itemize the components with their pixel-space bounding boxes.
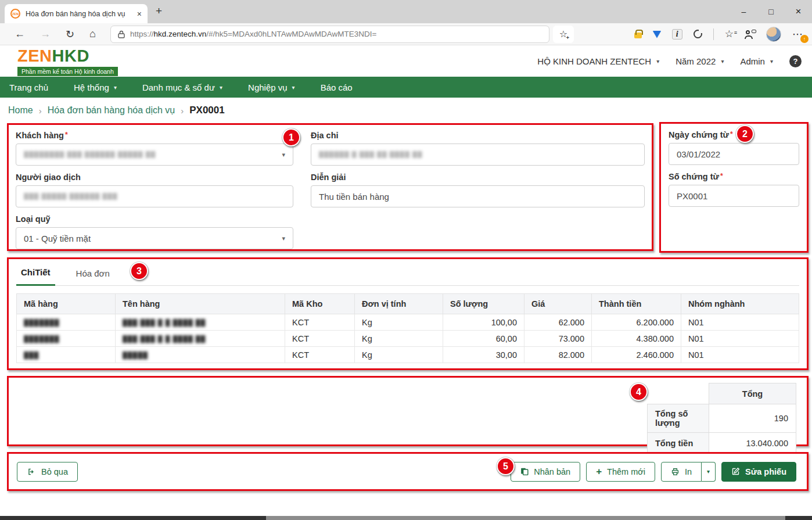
edit-icon	[731, 467, 740, 476]
table-row[interactable]: ███ █████ KCT Kg 30,00 82.000 2.460.000 …	[17, 347, 799, 363]
cell-ma-kho: KCT	[285, 347, 355, 363]
cell-nhom-nganh: N01	[681, 347, 799, 363]
chevron-down-icon: ▾	[114, 84, 117, 91]
required-mark: *	[720, 172, 723, 180]
form-section-document: Ngày chứng từ* 03/01/2022 Số chứng từ* P…	[659, 122, 809, 253]
nav-item-danh-muc-so-du[interactable]: Danh mục & số dư▾	[142, 83, 222, 92]
chevron-down-icon: ▾	[770, 58, 773, 64]
app-header: ZENHKD Phần mềm kế toán Hộ kinh doanh HỘ…	[0, 46, 812, 77]
field-label: Địa chỉ	[311, 131, 645, 140]
back-icon[interactable]: ←	[15, 28, 25, 40]
table-row[interactable]: ███████ ███ ███ █ █ ████ ██ KCT Kg 100,0…	[17, 314, 799, 331]
so-chung-tu-input[interactable]: PX0001	[669, 185, 799, 207]
dien-giai-input[interactable]: Thu tiền bán hàng	[311, 185, 645, 207]
cell-ma-kho: KCT	[285, 331, 355, 347]
field-label: Diễn giải	[311, 173, 645, 182]
browser-tab-strip: ZEN Hóa đơn bán hàng hóa dịch vụ × + – □…	[0, 0, 812, 23]
dia-chi-input[interactable]: ██████ █ ███ ██ ████ ██	[311, 144, 645, 166]
col-header: Nhóm nghành	[681, 294, 799, 314]
nav-item-bao-cao[interactable]: Báo cáo	[321, 83, 353, 92]
breadcrumb-home-link[interactable]: Home	[8, 105, 33, 116]
nhan-ban-button[interactable]: Nhân bản	[511, 462, 580, 482]
add-favorite-button[interactable]: ☆+	[553, 26, 574, 43]
totals-row: Tổng số lượng 190	[648, 404, 796, 433]
maximize-button[interactable]: □	[757, 0, 785, 23]
bottom-scrollbar-thumb[interactable]	[266, 516, 785, 520]
cell-nhom-nganh: N01	[681, 331, 799, 347]
url-text: https://hkd.zentech.vn/#/hk5=MDAxd0hLNTA…	[130, 30, 376, 38]
bottom-strip-right	[785, 516, 812, 520]
cell-thanh-tien: 2.460.000	[592, 347, 681, 363]
close-button[interactable]: ×	[785, 0, 812, 23]
window-controls: – □ ×	[730, 0, 812, 23]
nav-item-he-thong[interactable]: Hệ thống▾	[74, 83, 117, 92]
chevron-down-icon: ▾	[282, 151, 285, 159]
in-dropdown-button[interactable]: ▾	[702, 462, 716, 482]
cell-nhom-nganh: N01	[681, 314, 799, 331]
table-header-row: Mã hàng Tên hàng Mã Kho Đơn vị tính Số l…	[17, 294, 799, 314]
extensions-icon[interactable]	[694, 30, 702, 38]
table-row[interactable]: ███████ ███ ███ █ █ ████ ██ KCT Kg 60,00…	[17, 331, 799, 347]
field-label: Người giao dịch	[16, 173, 293, 182]
feedback-icon[interactable]	[745, 30, 755, 39]
nav-item-nghiep-vu[interactable]: Nghiệp vụ▾	[248, 83, 295, 92]
exit-icon	[27, 468, 36, 476]
breadcrumb-separator: ›	[181, 106, 184, 116]
totals-col-header: Tổng	[709, 383, 796, 404]
detail-table: Mã hàng Tên hàng Mã Kho Đơn vị tính Số l…	[16, 293, 799, 363]
profile-avatar[interactable]	[766, 27, 781, 42]
field-label: Số chứng từ*	[669, 172, 799, 181]
col-header: Giá	[524, 294, 592, 314]
form-section-general: Khách hàng* ████████ ███ ██████ █████ ██…	[7, 123, 653, 251]
printer-icon	[671, 468, 680, 476]
help-icon[interactable]: ?	[789, 55, 802, 67]
tab-chi-tiet[interactable]: ChiTiết	[16, 260, 55, 286]
nav-item-trang-chu[interactable]: Trang chủ	[9, 83, 48, 92]
col-header: Tên hàng	[116, 294, 285, 314]
cell-so-luong: 30,00	[443, 347, 524, 363]
cell-ten-hang: █████	[116, 347, 285, 363]
col-header: Mã hàng	[17, 294, 116, 314]
totals-row: Tổng tiền 13.040.000	[648, 433, 796, 454]
khach-hang-select[interactable]: ████████ ███ ██████ █████ ██▾	[16, 144, 293, 166]
funnel-extension-icon[interactable]	[653, 31, 661, 38]
home-icon[interactable]: ⌂	[89, 28, 96, 40]
chevron-down-icon: ▾	[220, 84, 222, 91]
chevron-down-icon: ▾	[721, 58, 724, 64]
required-mark: *	[730, 130, 733, 138]
user-dropdown[interactable]: Admin▾	[740, 56, 773, 66]
in-split-button: In ▾	[661, 462, 716, 482]
breadcrumb: Home › Hóa đơn bán hàng hóa dịch vụ › PX…	[0, 98, 812, 123]
new-tab-button[interactable]: +	[156, 5, 162, 17]
minimize-button[interactable]: –	[730, 0, 757, 23]
company-dropdown[interactable]: HỘ KINH DOANH ZENTECH▾	[537, 56, 659, 66]
password-extension-icon[interactable]	[634, 33, 642, 38]
reload-icon[interactable]: ↻	[66, 28, 74, 41]
them-moi-button[interactable]: + Thêm mới	[586, 462, 655, 482]
cell-dvt: Kg	[355, 331, 443, 347]
field-label: Loại quỹ	[16, 214, 293, 224]
tab-hoa-don[interactable]: Hóa đơn	[71, 261, 114, 285]
loai-quy-select[interactable]: 01 - Quỹ tiền mặt▾	[16, 227, 293, 249]
totals-label: Tổng tiền	[648, 433, 709, 454]
app-logo[interactable]: ZENHKD Phần mềm kế toán Hộ kinh doanh	[17, 46, 118, 76]
sua-phieu-button[interactable]: Sửa phiếu	[721, 462, 796, 482]
favorites-hub-icon[interactable]: ☆≡	[725, 28, 734, 40]
breadcrumb-page-link[interactable]: Hóa đơn bán hàng hóa dịch vụ	[48, 105, 175, 116]
info-extension-icon[interactable]: i	[672, 29, 682, 40]
tab-close-icon[interactable]: ×	[137, 9, 142, 19]
nguoi-giao-dich-input[interactable]: ███ █████ ██████ ███	[16, 185, 293, 207]
ngay-chung-tu-input[interactable]: 03/01/2022	[669, 143, 799, 165]
chevron-down-icon: ▾	[707, 468, 710, 475]
annotation-badge-1: 1	[282, 128, 300, 146]
year-dropdown[interactable]: Năm 2022▾	[676, 56, 724, 66]
browser-tab[interactable]: ZEN Hóa đơn bán hàng hóa dịch vụ ×	[5, 4, 148, 23]
in-button[interactable]: In	[661, 462, 702, 482]
cell-dvt: Kg	[355, 314, 443, 331]
address-bar[interactable]: https://hkd.zentech.vn/#/hk5=MDAxd0hLNTA…	[110, 26, 549, 43]
totals-value: 190	[709, 404, 796, 433]
totals-section: Tổng Tổng số lượng 190 Tổng tiền 13.040.…	[7, 376, 809, 446]
bo-qua-button[interactable]: Bỏ qua	[17, 462, 78, 482]
browser-menu-icon[interactable]: ⋯↑	[792, 28, 805, 41]
cell-gia: 62.000	[524, 314, 592, 331]
